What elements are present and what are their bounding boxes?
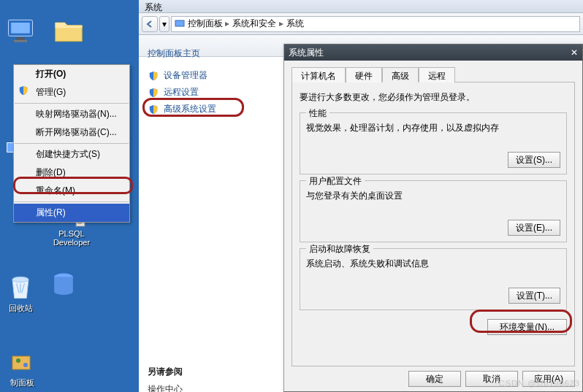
group-legend: 用户配置文件 [306,175,365,188]
svg-rect-1 [11,23,30,34]
tab-hardware[interactable]: 硬件 [346,67,382,82]
computer-icon [175,19,185,29]
explorer-titlebar: 系统 [139,0,583,13]
ctx-create-shortcut[interactable]: 创建快捷方式(S) [14,145,129,164]
breadcrumb-seg[interactable]: 控制面板 [188,18,229,30]
group-userprofile: 用户配置文件 与您登录有关的桌面设置 设置(E)... [300,180,567,242]
tab-strip: 计算机名 硬件 高级 远程 [292,66,575,82]
group-legend: 启动和故障恢复 [306,243,373,255]
group-legend: 性能 [306,107,329,120]
perf-settings-button[interactable]: 设置(S)... [508,152,560,168]
svg-rect-14 [175,20,184,26]
group-text: 视觉效果，处理器计划，内存使用，以及虚拟内存 [306,122,560,134]
profile-settings-button[interactable]: 设置(E)... [508,220,560,236]
ctx-properties[interactable]: 属性(R) [14,204,129,222]
shield-icon [18,85,30,97]
address-bar: ▾ 控制面板 系统和安全 系统 [139,13,583,35]
svg-rect-11 [12,356,30,369]
computer-context-menu: 打开(O) 管理(G) 映射网络驱动器(N)... 断开网络驱动器(C)... … [13,64,130,223]
svg-point-9 [12,277,28,282]
tab-advanced[interactable]: 高级 [382,67,419,82]
desktop-icon-folder[interactable] [51,15,86,48]
taskbar-item[interactable]: 制面板 [0,352,44,387]
leftnav-remote-settings[interactable]: 远程设置 [148,84,262,101]
nav-back-button[interactable] [142,16,158,32]
group-text: 与您登录有关的桌面设置 [306,190,560,202]
ok-button[interactable]: 确定 [408,371,461,387]
leftnav-home[interactable]: 控制面板主页 [148,47,262,60]
shield-icon [148,87,159,99]
explorer-title: 系统 [139,0,168,15]
group-startup: 启动和故障恢复 系统启动、系统失败和调试信息 设置(T)... [300,248,567,310]
shield-icon [148,70,159,82]
group-performance: 性能 视觉效果，处理器计划，内存使用，以及虚拟内存 设置(S)... [300,112,567,174]
svg-point-12 [16,358,20,363]
see-also-section: 另请参阅 操作中心 [148,366,262,392]
tab-pane-advanced: 要进行大多数更改，您必须作为管理员登录。 性能 视觉效果，处理器计划，内存使用，… [292,82,575,366]
admin-notice: 要进行大多数更改，您必须作为管理员登录。 [300,90,567,107]
nav-dropdown-button[interactable]: ▾ [159,16,169,32]
ctx-rename[interactable]: 重命名(M) [14,182,129,200]
ctx-map-drive[interactable]: 映射网络驱动器(N)... [14,105,129,123]
breadcrumb-seg[interactable]: 系统 [286,18,304,30]
dialog-title: 系统属性 [289,47,324,59]
svg-rect-2 [17,37,25,40]
desktop-icon-computer[interactable] [3,15,38,48]
control-panel-leftnav: 控制面板主页 设备管理器 远程设置 高级系统设置 另请参阅 操作中心 [139,40,270,392]
svg-point-13 [23,363,28,367]
system-properties-dialog: 系统属性 ✕ 计算机名 硬件 高级 远程 要进行大多数更改，您必须作为管理员登录… [283,44,583,392]
plsql-label: PLSQL Developer [46,229,97,247]
desktop-icon-recyclebin[interactable]: 回收站 [3,270,38,312]
group-text: 系统启动、系统失败和调试信息 [306,258,560,270]
desktop-icon-network2[interactable] [46,270,81,304]
ctx-delete[interactable]: 删除(D) [14,164,129,182]
tab-computername[interactable]: 计算机名 [292,67,346,82]
taskbar-label: 制面板 [0,378,44,387]
startup-settings-button[interactable]: 设置(T)... [508,288,560,304]
svg-rect-3 [14,40,27,42]
recyclebin-label: 回收站 [3,304,38,312]
ctx-disconnect-drive[interactable]: 断开网络驱动器(C)... [14,123,129,142]
see-also-item[interactable]: 操作中心 [148,381,262,392]
leftnav-device-manager[interactable]: 设备管理器 [148,67,262,84]
leftnav-advanced-settings[interactable]: 高级系统设置 [148,101,262,118]
breadcrumb-seg[interactable]: 系统和安全 [232,18,283,30]
see-also-heading: 另请参阅 [148,366,262,378]
shield-icon [148,104,159,115]
watermark: CSDN @slb190623 [499,379,580,388]
close-icon[interactable]: ✕ [571,47,578,58]
arrow-left-icon [146,20,153,28]
dialog-titlebar[interactable]: 系统属性 ✕ [284,45,582,61]
breadcrumb[interactable]: 控制面板 系统和安全 系统 [171,16,580,32]
env-variables-button[interactable]: 环境变量(N)... [487,319,567,335]
ctx-open[interactable]: 打开(O) [14,65,129,83]
tab-remote[interactable]: 远程 [419,67,455,82]
ctx-manage[interactable]: 管理(G) [14,83,129,101]
